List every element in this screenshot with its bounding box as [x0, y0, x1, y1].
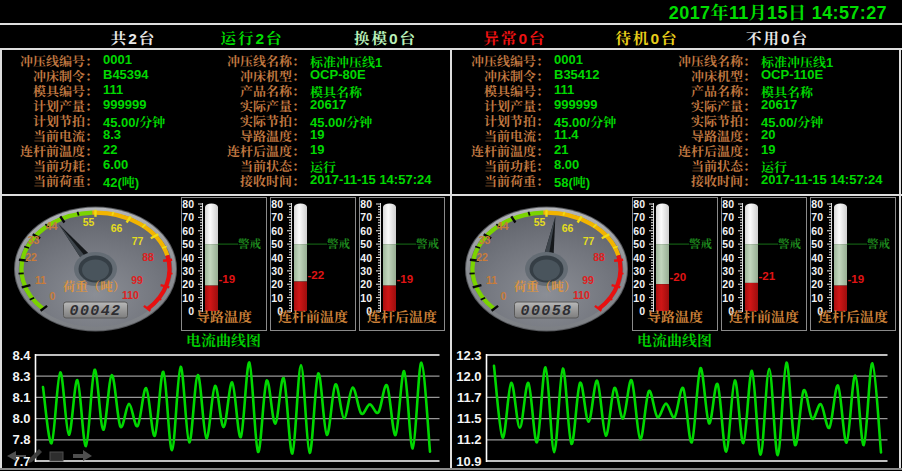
svg-text:80: 80	[722, 198, 734, 210]
svg-text:88: 88	[142, 251, 154, 263]
svg-text:00058: 00058	[520, 303, 572, 320]
svg-text:80: 80	[633, 198, 645, 210]
svg-text:77: 77	[132, 235, 144, 247]
svg-text:50: 50	[182, 238, 194, 250]
svg-text:22: 22	[476, 251, 488, 263]
svg-text:连杆前温度: 连杆前温度	[278, 309, 348, 325]
svg-text:66: 66	[562, 222, 574, 234]
svg-text:11.5: 11.5	[457, 411, 482, 426]
svg-text:11.7: 11.7	[457, 390, 482, 405]
svg-text:60: 60	[811, 225, 823, 237]
svg-text:40: 40	[811, 252, 823, 264]
svg-text:80: 80	[271, 198, 283, 210]
svg-text:66: 66	[111, 222, 123, 234]
svg-text:-19: -19	[397, 273, 414, 285]
svg-text:70: 70	[811, 211, 823, 223]
svg-text:0: 0	[639, 305, 645, 317]
svg-text:60: 60	[360, 225, 372, 237]
svg-text:50: 50	[271, 238, 283, 250]
svg-text:88: 88	[593, 251, 605, 263]
svg-text:0: 0	[501, 290, 507, 302]
svg-text:99: 99	[582, 274, 594, 286]
svg-text:40: 40	[271, 252, 283, 264]
svg-text:-22: -22	[308, 269, 325, 281]
svg-text:50: 50	[722, 238, 734, 250]
svg-text:33: 33	[479, 234, 491, 246]
svg-text:8.4: 8.4	[12, 348, 31, 363]
svg-text:10: 10	[182, 292, 194, 304]
svg-text:80: 80	[182, 198, 194, 210]
svg-text:导路温度: 导路温度	[647, 309, 703, 325]
svg-text:电流曲线图: 电流曲线图	[637, 332, 712, 349]
svg-text:70: 70	[271, 211, 283, 223]
svg-text:10.9: 10.9	[456, 454, 481, 469]
svg-text:11.2: 11.2	[457, 432, 482, 447]
svg-text:30: 30	[722, 265, 734, 277]
svg-text:80: 80	[360, 198, 372, 210]
svg-text:连杆后温度: 连杆后温度	[818, 309, 888, 325]
svg-text:00042: 00042	[69, 303, 121, 320]
svg-text:-19: -19	[219, 273, 236, 285]
svg-text:20: 20	[360, 278, 372, 290]
svg-text:电流曲线图: 电流曲线图	[186, 332, 261, 349]
svg-text:40: 40	[360, 252, 372, 264]
svg-text:8.0: 8.0	[12, 411, 30, 426]
svg-text:10: 10	[811, 292, 823, 304]
svg-text:77: 77	[583, 235, 595, 247]
svg-text:10: 10	[633, 292, 645, 304]
svg-text:7.8: 7.8	[12, 432, 30, 447]
svg-text:30: 30	[811, 265, 823, 277]
svg-text:连杆前温度: 连杆前温度	[729, 309, 799, 325]
svg-text:70: 70	[722, 211, 734, 223]
svg-text:-20: -20	[670, 271, 687, 283]
svg-text:55: 55	[534, 216, 546, 228]
svg-text:60: 60	[271, 225, 283, 237]
svg-text:12.0: 12.0	[456, 369, 481, 384]
svg-text:8.1: 8.1	[12, 390, 30, 405]
svg-text:导路温度: 导路温度	[196, 309, 252, 325]
svg-text:30: 30	[360, 265, 372, 277]
svg-text:60: 60	[722, 225, 734, 237]
svg-text:40: 40	[633, 252, 645, 264]
svg-text:50: 50	[811, 238, 823, 250]
svg-text:55: 55	[83, 216, 95, 228]
svg-text:70: 70	[182, 211, 194, 223]
svg-text:20: 20	[722, 278, 734, 290]
svg-text:11: 11	[35, 274, 46, 286]
svg-text:警戒: 警戒	[778, 238, 801, 250]
svg-text:-21: -21	[759, 270, 776, 282]
svg-text:20: 20	[633, 278, 645, 290]
svg-text:0: 0	[188, 305, 194, 317]
svg-text:70: 70	[633, 211, 645, 223]
svg-text:10: 10	[360, 292, 372, 304]
svg-text:22: 22	[25, 251, 37, 263]
svg-text:40: 40	[722, 252, 734, 264]
svg-text:0: 0	[50, 290, 56, 302]
svg-text:警戒: 警戒	[867, 238, 890, 250]
svg-text:20: 20	[271, 278, 283, 290]
svg-text:12.3: 12.3	[456, 348, 481, 363]
svg-text:8.3: 8.3	[12, 369, 30, 384]
svg-text:警戒: 警戒	[238, 238, 261, 250]
svg-text:30: 30	[182, 265, 194, 277]
svg-text:11: 11	[486, 274, 497, 286]
svg-text:60: 60	[182, 225, 194, 237]
svg-text:30: 30	[633, 265, 645, 277]
svg-text:20: 20	[811, 278, 823, 290]
svg-text:33: 33	[28, 234, 40, 246]
svg-text:99: 99	[131, 274, 143, 286]
svg-text:警戒: 警戒	[416, 238, 439, 250]
svg-text:警戒: 警戒	[327, 238, 350, 250]
svg-text:警戒: 警戒	[689, 238, 712, 250]
svg-text:荷重（吨）: 荷重（吨）	[514, 280, 577, 294]
svg-text:连杆后温度: 连杆后温度	[367, 309, 437, 325]
svg-text:70: 70	[360, 211, 372, 223]
svg-text:-19: -19	[848, 273, 865, 285]
svg-text:80: 80	[811, 198, 823, 210]
svg-text:20: 20	[182, 278, 194, 290]
svg-text:10: 10	[271, 292, 283, 304]
svg-text:44: 44	[497, 220, 509, 232]
svg-text:10: 10	[722, 292, 734, 304]
svg-text:44: 44	[46, 220, 58, 232]
svg-text:50: 50	[360, 238, 372, 250]
